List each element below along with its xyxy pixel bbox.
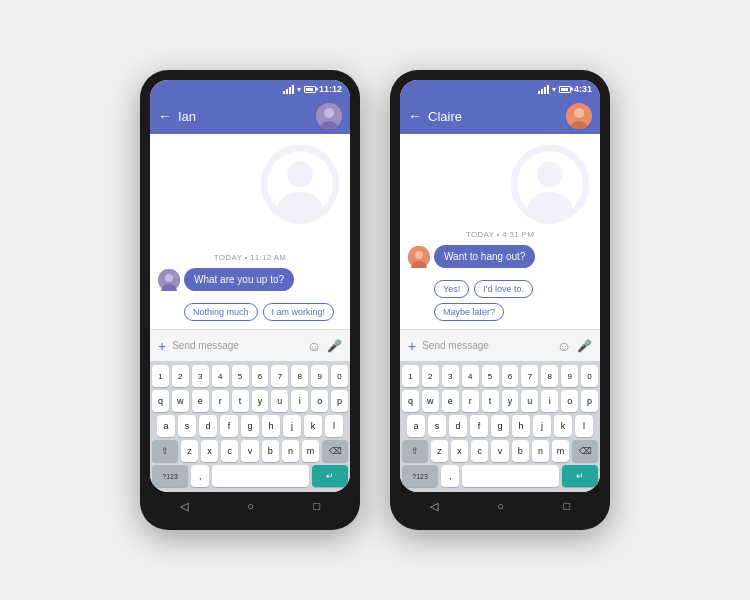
message-input-2[interactable]: Send message [422, 340, 551, 351]
reply-chip-1-0[interactable]: Nothing much [184, 303, 258, 321]
key2-8[interactable]: 8 [541, 365, 558, 387]
key2-y[interactable]: y [502, 390, 519, 412]
key2-d[interactable]: d [449, 415, 467, 437]
key-e[interactable]: e [192, 390, 209, 412]
key-j[interactable]: j [283, 415, 301, 437]
key2-v[interactable]: v [491, 440, 508, 462]
key2-4[interactable]: 4 [462, 365, 479, 387]
key-t[interactable]: t [232, 390, 249, 412]
key2-z[interactable]: z [431, 440, 448, 462]
message-input-1[interactable]: Send message [172, 340, 301, 351]
key-n[interactable]: n [282, 440, 299, 462]
key-w[interactable]: w [172, 390, 189, 412]
key2-7[interactable]: 7 [521, 365, 538, 387]
key2-m[interactable]: m [552, 440, 569, 462]
key2-b[interactable]: b [512, 440, 529, 462]
num-switch-1[interactable]: ?123 [152, 465, 188, 487]
key-u[interactable]: u [271, 390, 288, 412]
back-button-2[interactable]: ← [408, 108, 422, 124]
num-switch-2[interactable]: ?123 [402, 465, 438, 487]
key-6[interactable]: 6 [252, 365, 269, 387]
key-f[interactable]: f [220, 415, 238, 437]
key2-w[interactable]: w [422, 390, 439, 412]
key2-c[interactable]: c [471, 440, 488, 462]
key-9[interactable]: 9 [311, 365, 328, 387]
key-1[interactable]: 1 [152, 365, 169, 387]
key-s[interactable]: s [178, 415, 196, 437]
key2-n[interactable]: n [532, 440, 549, 462]
key-v[interactable]: v [241, 440, 258, 462]
nav-back-1[interactable]: ◁ [180, 500, 188, 513]
space-key-2[interactable] [462, 465, 559, 487]
key-8[interactable]: 8 [291, 365, 308, 387]
emoji-button-1[interactable]: ☺ [307, 338, 321, 354]
key-l[interactable]: l [325, 415, 343, 437]
delete-key-1[interactable]: ⌫ [322, 440, 348, 462]
key2-0[interactable]: 0 [581, 365, 598, 387]
key-o[interactable]: o [311, 390, 328, 412]
key2-e[interactable]: e [442, 390, 459, 412]
shift-key-2[interactable]: ⇧ [402, 440, 428, 462]
key-h[interactable]: h [262, 415, 280, 437]
key2-i[interactable]: i [541, 390, 558, 412]
emoji-button-2[interactable]: ☺ [557, 338, 571, 354]
key-4[interactable]: 4 [212, 365, 229, 387]
key-r[interactable]: r [212, 390, 229, 412]
add-button-2[interactable]: + [408, 338, 416, 354]
key2-s[interactable]: s [428, 415, 446, 437]
key2-3[interactable]: 3 [442, 365, 459, 387]
key2-9[interactable]: 9 [561, 365, 578, 387]
nav-home-2[interactable]: ○ [497, 500, 504, 512]
enter-key-2[interactable]: ↵ [562, 465, 598, 487]
reply-chip-1-1[interactable]: I am working! [263, 303, 335, 321]
key-c[interactable]: c [221, 440, 238, 462]
reply-chip-2-0[interactable]: Yes! [434, 280, 469, 298]
reply-chip-2-1[interactable]: I'd love to. [474, 280, 533, 298]
key2-t[interactable]: t [482, 390, 499, 412]
key-b[interactable]: b [262, 440, 279, 462]
key-y[interactable]: y [252, 390, 269, 412]
reply-chip-2-2[interactable]: Maybe later? [434, 303, 504, 321]
nav-back-2[interactable]: ◁ [430, 500, 438, 513]
nav-home-1[interactable]: ○ [247, 500, 254, 512]
key-a[interactable]: a [157, 415, 175, 437]
key2-k[interactable]: k [554, 415, 572, 437]
mic-button-2[interactable]: 🎤 [577, 339, 592, 353]
key2-1[interactable]: 1 [402, 365, 419, 387]
key-i[interactable]: i [291, 390, 308, 412]
key-z[interactable]: z [181, 440, 198, 462]
shift-key-1[interactable]: ⇧ [152, 440, 178, 462]
back-button-1[interactable]: ← [158, 108, 172, 124]
key2-5[interactable]: 5 [482, 365, 499, 387]
delete-key-2[interactable]: ⌫ [572, 440, 598, 462]
key2-q[interactable]: q [402, 390, 419, 412]
key-2[interactable]: 2 [172, 365, 189, 387]
key2-f[interactable]: f [470, 415, 488, 437]
key-comma[interactable]: , [191, 465, 209, 487]
key-g[interactable]: g [241, 415, 259, 437]
key2-p[interactable]: p [581, 390, 598, 412]
nav-recent-2[interactable]: □ [564, 500, 571, 512]
key-5[interactable]: 5 [232, 365, 249, 387]
key-0[interactable]: 0 [331, 365, 348, 387]
key-p[interactable]: p [331, 390, 348, 412]
key-x[interactable]: x [201, 440, 218, 462]
key-7[interactable]: 7 [271, 365, 288, 387]
key2-u[interactable]: u [521, 390, 538, 412]
enter-key-1[interactable]: ↵ [312, 465, 348, 487]
key2-x[interactable]: x [451, 440, 468, 462]
key2-j[interactable]: j [533, 415, 551, 437]
key-d[interactable]: d [199, 415, 217, 437]
mic-button-1[interactable]: 🎤 [327, 339, 342, 353]
add-button-1[interactable]: + [158, 338, 166, 354]
space-key-1[interactable] [212, 465, 309, 487]
key-k[interactable]: k [304, 415, 322, 437]
key2-comma[interactable]: , [441, 465, 459, 487]
nav-recent-1[interactable]: □ [314, 500, 321, 512]
key-m[interactable]: m [302, 440, 319, 462]
key2-2[interactable]: 2 [422, 365, 439, 387]
key-q[interactable]: q [152, 390, 169, 412]
key2-h[interactable]: h [512, 415, 530, 437]
key2-r[interactable]: r [462, 390, 479, 412]
key2-o[interactable]: o [561, 390, 578, 412]
